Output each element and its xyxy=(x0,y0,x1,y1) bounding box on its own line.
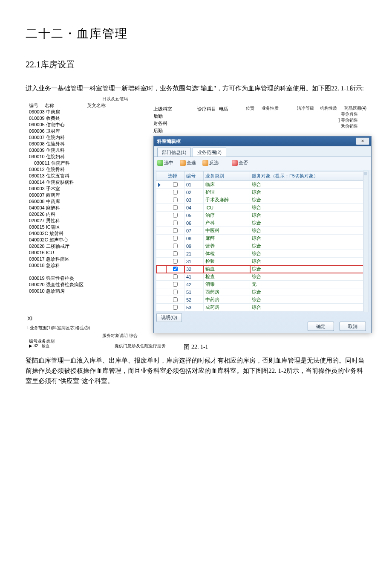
xi-label: XI xyxy=(27,315,371,322)
dept-item[interactable]: 030007住院内科 xyxy=(26,134,124,141)
grid-row[interactable]: 02护理综合 xyxy=(156,189,368,196)
invert-button[interactable]: 反选 xyxy=(202,158,219,167)
dept-item[interactable]: 030009住院儿科 xyxy=(26,147,124,154)
col-name: 名称 xyxy=(45,102,70,109)
mid-row-1: 财务科 xyxy=(153,120,228,127)
row-checkbox[interactable] xyxy=(173,228,178,233)
dept-item[interactable]: 030020强直性脊柱炎病区 xyxy=(26,282,124,288)
dept-item[interactable]: 030013住院五官科 xyxy=(26,173,124,179)
dept-item[interactable]: 030016ICU xyxy=(26,250,124,256)
dept-item[interactable]: 030012住院骨科 xyxy=(26,166,124,173)
paragraph-2: 登陆血库管理一血液入库单、出库单、报废单时，库房选择的时候才有相应的库房，否则血… xyxy=(26,355,366,386)
select-all-icon xyxy=(180,160,186,166)
row-checkbox[interactable] xyxy=(173,259,178,264)
dept-item[interactable]: 030018急诊科 xyxy=(26,262,124,269)
grid-col-target: 服务对象（提示：F5切换对象） xyxy=(250,171,368,181)
row-checkbox[interactable] xyxy=(173,182,178,187)
row-checkbox[interactable] xyxy=(173,251,178,256)
bottom-tabs: I.业务范围(1)|科室病区②)备注③) xyxy=(27,325,371,331)
dept-item[interactable]: 030011住院产科 xyxy=(26,160,124,166)
dialog-titlebar: 科室编辑框 × xyxy=(154,136,371,146)
select-none-icon xyxy=(232,160,238,166)
bottom-fragment: XI I.业务范围(1)|科室病区②)备注③) 服务对象说明 综合 编号业务类别… xyxy=(26,315,371,348)
col-pos: 位责 xyxy=(246,105,254,111)
paragraph-1: 进入业务一基础管理一科室管理一新增科室时，业务范围勾选"输血"，方可作为血库管理… xyxy=(26,83,366,93)
col-biz: 业务性质 xyxy=(262,105,279,111)
row-checkbox[interactable] xyxy=(173,297,178,302)
grid-row[interactable]: 51西药房综合 xyxy=(156,288,368,296)
dept-item[interactable]: 030010住院妇科 xyxy=(26,154,124,160)
dept-item[interactable]: 040002C放射科 xyxy=(26,230,124,237)
col-clean: 洁净等级 xyxy=(297,105,314,111)
dept-item[interactable]: 020028二楼输戒厅 xyxy=(26,243,124,250)
row-checkbox[interactable] xyxy=(173,282,178,287)
dept-item[interactable]: 030014住院皮肤病科 xyxy=(26,179,124,186)
row-checkbox[interactable] xyxy=(173,213,178,218)
row-checkbox[interactable] xyxy=(173,267,178,271)
grid-row[interactable]: 53成药房综合 xyxy=(156,304,368,311)
dept-item[interactable]: 060005信息中心 xyxy=(26,122,124,128)
dept-item[interactable]: 040003手术室 xyxy=(26,186,124,192)
grid-row[interactable]: 42消毒无 xyxy=(156,281,368,288)
grid-row[interactable]: 32输血综合 xyxy=(156,265,368,273)
bottom-small-row: 编号业务类别 ▶ 32 输血 提供门急诊及住院医疗朋务 xyxy=(29,339,371,348)
select-all-button[interactable]: 全选 xyxy=(180,158,196,167)
row-checkbox[interactable] xyxy=(173,221,178,225)
right-row-2: 釆价销售 xyxy=(240,123,366,129)
app-screenshot: 编号 名称 英文名称 060003中药房010009收费处060005信息中心0… xyxy=(26,102,366,341)
dept-edit-dialog: 科室编辑框 × 部门信息(1) 业务范围(2) 选中 全选 反选 全否 选择 编… xyxy=(153,136,372,333)
dept-item[interactable]: 040004麻醉科 xyxy=(26,205,124,211)
grid-row[interactable]: 03手术及麻醉综合 xyxy=(156,196,368,204)
dialog-tabbar: 部门信息(1) 业务范围(2) xyxy=(154,146,371,157)
top-note: 日以及五笔码 xyxy=(26,96,366,102)
col-quota: 药品既额(4) xyxy=(344,105,366,111)
row-checkbox[interactable] xyxy=(173,205,178,210)
doc-title: 二十二・血库管理 xyxy=(26,26,366,42)
dept-item[interactable]: 030017急诊科病区 xyxy=(26,256,124,262)
dept-item[interactable]: 040002C超声中心 xyxy=(26,237,124,243)
col-eng: 英文名称 xyxy=(72,102,106,109)
col-clinic: 诊疗科目 xyxy=(197,106,216,111)
grid-row[interactable]: 52中药房综合 xyxy=(156,296,368,304)
dept-item[interactable]: 060008中药库 xyxy=(26,198,124,205)
grid-row[interactable]: 21体检综合 xyxy=(156,250,368,258)
tab-dept-info[interactable]: 部门信息(1) xyxy=(157,148,191,157)
row-checkbox[interactable] xyxy=(173,274,178,279)
grid-row[interactable]: 06产科综合 xyxy=(156,219,368,227)
grid-row[interactable]: 08麻醉综合 xyxy=(156,235,368,242)
dept-item[interactable]: 060003中药房 xyxy=(26,109,124,115)
select-none-button[interactable]: 全否 xyxy=(232,158,248,167)
dept-item[interactable] xyxy=(26,269,124,275)
row-checkbox[interactable] xyxy=(173,305,178,310)
tab-business-scope[interactable]: 业务范围(2) xyxy=(193,148,226,157)
grid-row[interactable]: 31检验综合 xyxy=(156,258,368,265)
grid-row[interactable]: 41检查综合 xyxy=(156,273,368,281)
dept-item[interactable]: 020027男性科 xyxy=(26,218,124,224)
row-checkbox[interactable] xyxy=(173,244,178,248)
close-button[interactable]: × xyxy=(356,137,369,145)
dept-item[interactable]: 060010急诊药房 xyxy=(26,288,124,294)
grid-row[interactable]: 05治疗综合 xyxy=(156,212,368,219)
check-icon xyxy=(157,160,163,166)
dept-item[interactable]: 030008住险外科 xyxy=(26,141,124,147)
grid-row[interactable]: 04ICU综合 xyxy=(156,204,368,212)
right-row-0: 零你肖售 xyxy=(240,111,366,117)
dept-item[interactable]: 010009收费处 xyxy=(26,115,124,122)
grid-row[interactable]: 07中医科综合 xyxy=(156,227,368,235)
dept-item[interactable]: 060007西药库 xyxy=(26,192,124,198)
grid-scrollbar[interactable] xyxy=(363,171,369,312)
col-org: 机构性质 xyxy=(320,105,337,111)
row-checkbox[interactable] xyxy=(173,190,178,195)
dept-item[interactable]: 020026内科 xyxy=(26,211,124,218)
row-checkbox[interactable] xyxy=(173,197,178,202)
select-button[interactable]: 选中 xyxy=(157,158,173,167)
grid-row[interactable]: 09营养综合 xyxy=(156,242,368,250)
dept-item[interactable]: 030015IC喘区 xyxy=(26,224,124,230)
row-checkbox[interactable] xyxy=(173,290,178,294)
grid-row[interactable]: 01临床综合 xyxy=(156,181,368,189)
row-checkbox[interactable] xyxy=(173,236,178,241)
top-right-labels: 位责 业务性质 洁净等级机构性质 药品既额(4) 零你肖售 ] 零价销售 釆价销… xyxy=(240,105,366,129)
dept-item[interactable]: 030019强直性脊柱炎 xyxy=(26,275,124,282)
dept-item[interactable]: 060006卫材库 xyxy=(26,128,124,134)
business-scope-grid[interactable]: 选择 编号 业务类别 服务对象（提示：F5切换对象） 01临床综合02护理综合0… xyxy=(156,171,368,311)
